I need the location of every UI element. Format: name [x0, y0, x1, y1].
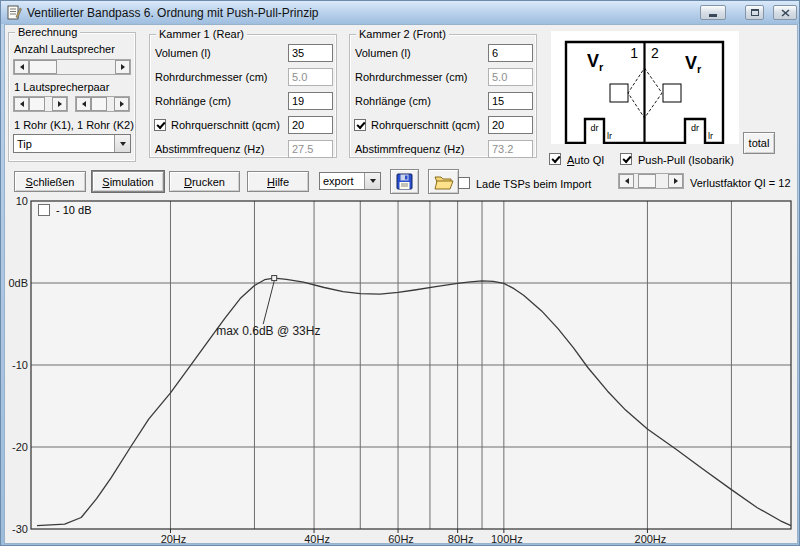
scrollbar-track[interactable]	[634, 174, 668, 188]
triangle-left-icon	[20, 101, 24, 107]
svg-text:10: 10	[16, 197, 28, 207]
window-title: Ventilierter Bandpass 6. Ordnung mit Pus…	[27, 6, 318, 20]
rear-volume-label: Vr	[587, 51, 604, 73]
rohr-k2-scrollbar[interactable]	[75, 96, 130, 112]
rohrlaenge-label: Rohrlänge (cm)	[155, 95, 231, 107]
scrollbar-track[interactable]	[29, 60, 115, 74]
svg-text:100Hz: 100Hz	[491, 533, 523, 545]
triangle-down-icon	[120, 142, 126, 146]
close-button[interactable]	[773, 5, 797, 20]
front-volume-label: Vr	[685, 53, 702, 75]
simulation-button[interactable]: Simulation	[92, 171, 164, 192]
open-folder-icon	[434, 174, 454, 190]
driver-magnet-right	[663, 84, 681, 102]
svg-text:-30: -30	[12, 523, 28, 535]
rohrquerschnitt-checkbox[interactable]	[154, 119, 166, 131]
open-file-button[interactable]	[428, 169, 459, 194]
scroll-left-button[interactable]	[14, 60, 29, 74]
scroll-right-button[interactable]	[115, 60, 130, 74]
volumen-label: Volumen (l)	[355, 47, 411, 59]
svg-text:80Hz: 80Hz	[448, 533, 474, 545]
scroll-right-button[interactable]	[52, 97, 67, 111]
enclosure-schematic-panel: 1 2 Vr Vr dr lr dr lr	[551, 31, 739, 144]
export-dropdown[interactable]: export	[319, 172, 381, 190]
rohrquerschnitt-label: Rohrquerschnitt (qcm)	[171, 119, 280, 131]
enclosure-schematic: 1 2 Vr Vr dr lr dr lr	[551, 31, 739, 144]
total-button[interactable]: total	[743, 132, 775, 154]
minimize-button[interactable]	[700, 5, 726, 20]
rohrquerschnitt-input[interactable]	[488, 116, 533, 134]
volumen-input[interactable]	[288, 44, 333, 62]
triangle-right-icon	[674, 178, 678, 184]
rohrlaenge-input[interactable]	[288, 92, 333, 110]
push-pull-checkbox[interactable]	[620, 153, 632, 165]
scrollbar-thumb[interactable]	[638, 174, 656, 188]
triangle-left-icon	[82, 101, 86, 107]
scrollbar-track[interactable]	[29, 97, 52, 111]
abstimmfrequenz-label: Abstimmfrequenz (Hz)	[155, 143, 264, 155]
abstimmfrequenz-label: Abstimmfrequenz (Hz)	[355, 143, 464, 155]
triangle-right-icon	[58, 101, 62, 107]
scrollbar-track[interactable]	[91, 97, 114, 111]
anzahl-lautsprecher-scrollbar[interactable]	[13, 59, 131, 75]
schliessen-button[interactable]: Schließen	[14, 171, 86, 192]
svg-text:20Hz: 20Hz	[161, 533, 187, 545]
save-button[interactable]	[390, 169, 419, 194]
scroll-left-button[interactable]	[619, 174, 634, 188]
push-pull-label: Push-Pull (Isobarik)	[638, 154, 734, 166]
rohr-k1-scrollbar[interactable]	[13, 96, 68, 112]
scroll-left-button[interactable]	[14, 97, 29, 111]
scroll-right-button[interactable]	[114, 97, 129, 111]
svg-text:max 0.6dB @ 33Hz: max 0.6dB @ 33Hz	[216, 324, 320, 338]
svg-text:-20: -20	[12, 441, 28, 453]
port1-length-label: lr	[607, 131, 612, 141]
minus-10db-checkbox[interactable]	[38, 204, 50, 216]
dropdown-arrow-button[interactable]	[114, 135, 130, 152]
triangle-down-icon	[370, 179, 376, 183]
dropdown-arrow-button[interactable]	[364, 173, 380, 189]
minimize-icon	[709, 14, 717, 17]
close-icon	[781, 9, 790, 17]
svg-text:0dB: 0dB	[8, 277, 28, 289]
triangle-left-icon	[20, 64, 24, 70]
lade-tsps-label: Lade TSPs beim Import	[476, 178, 591, 190]
scroll-right-button[interactable]	[668, 174, 683, 188]
chamber2-number: 2	[651, 45, 659, 61]
volumen-input[interactable]	[488, 44, 533, 62]
auto-qi-checkbox[interactable]	[549, 153, 561, 165]
rohrdurchmesser-label: Rohrdurchmesser (cm)	[155, 71, 267, 83]
driver-magnet-left	[610, 84, 628, 102]
rohrlaenge-input[interactable]	[488, 92, 533, 110]
auto-qi-label: Auto QI	[567, 154, 604, 166]
lautsprecherpaar-label: 1 Lautsprecherpaar	[14, 81, 109, 93]
maximize-button[interactable]	[745, 5, 764, 20]
chamber1-number: 1	[630, 45, 638, 61]
hilfe-button[interactable]: Hilfe	[247, 171, 309, 192]
app-window: Ventilierter Bandpass 6. Ordnung mit Pus…	[0, 0, 800, 546]
rohrdurchmesser-label: Rohrdurchmesser (cm)	[355, 71, 467, 83]
kammer2-group: Kammer 2 (Front) Volumen (l) Rohrdurchme…	[349, 34, 537, 158]
scrollbar-thumb[interactable]	[91, 97, 107, 111]
port2-diameter-label: dr	[691, 123, 699, 133]
drucken-button[interactable]: Drucken	[169, 171, 240, 192]
anzahl-lautsprecher-label: Anzahl Lautsprecher	[14, 43, 115, 55]
minus-10db-label: - 10 dB	[56, 204, 91, 216]
rohrquerschnitt-input[interactable]	[288, 116, 333, 134]
berechnung-group: Berechnung Anzahl Lautsprecher 1 Lautspr…	[8, 32, 136, 162]
port1-diameter-label: dr	[590, 123, 598, 133]
triangle-right-icon	[121, 64, 125, 70]
export-dropdown-value: export	[320, 175, 364, 187]
maximize-icon	[751, 9, 759, 16]
scrollbar-thumb[interactable]	[29, 97, 45, 111]
verlustfaktor-scrollbar[interactable]	[618, 173, 684, 189]
scroll-left-button[interactable]	[76, 97, 91, 111]
svg-text:60Hz: 60Hz	[388, 533, 414, 545]
abstimmfrequenz-input	[488, 140, 533, 158]
rohrquerschnitt-checkbox[interactable]	[354, 119, 366, 131]
rohrdurchmesser-input	[488, 68, 533, 86]
verlustfaktor-label: Verlustfaktor QI = 12	[690, 177, 791, 189]
title-bar[interactable]: Ventilierter Bandpass 6. Ordnung mit Pus…	[1, 1, 800, 24]
tip-dropdown[interactable]: Tip	[13, 134, 131, 153]
scrollbar-thumb[interactable]	[29, 60, 57, 74]
lade-tsps-checkbox[interactable]	[458, 177, 470, 189]
